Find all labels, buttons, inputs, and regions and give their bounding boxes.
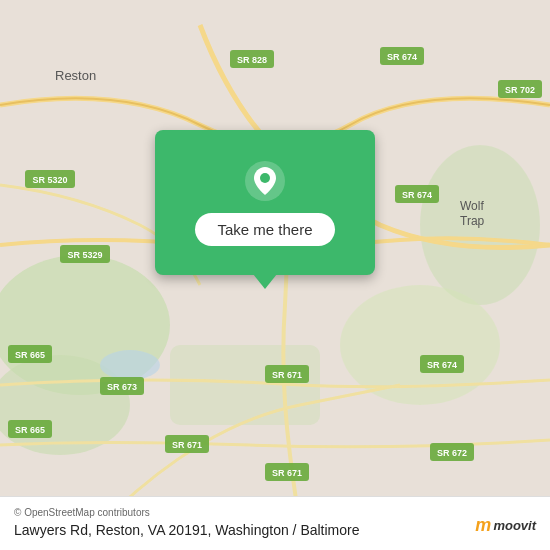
location-pin-icon	[243, 159, 287, 203]
take-me-there-button[interactable]: Take me there	[195, 213, 334, 246]
svg-text:Trap: Trap	[460, 214, 485, 228]
map-attribution: © OpenStreetMap contributors	[14, 507, 536, 518]
svg-text:SR 674: SR 674	[427, 360, 457, 370]
svg-text:Reston: Reston	[55, 68, 96, 83]
map-container: SR 828 SR 674 SR 702 SR 5320 SR 5329 SR …	[0, 0, 550, 550]
bottom-bar: © OpenStreetMap contributors Lawyers Rd,…	[0, 496, 550, 550]
svg-text:SR 671: SR 671	[272, 370, 302, 380]
attribution-text: © OpenStreetMap contributors	[14, 507, 150, 518]
moovit-logo: m moovit	[475, 515, 536, 536]
svg-text:SR 702: SR 702	[505, 85, 535, 95]
svg-text:SR 672: SR 672	[437, 448, 467, 458]
svg-text:SR 671: SR 671	[172, 440, 202, 450]
svg-text:SR 828: SR 828	[237, 55, 267, 65]
svg-text:SR 673: SR 673	[107, 382, 137, 392]
moovit-logo-text: moovit	[493, 518, 536, 533]
svg-point-39	[260, 173, 270, 183]
svg-text:SR 674: SR 674	[402, 190, 432, 200]
moovit-logo-letter: m	[475, 515, 491, 536]
svg-text:SR 5320: SR 5320	[32, 175, 67, 185]
svg-text:SR 665: SR 665	[15, 350, 45, 360]
svg-text:Wolf: Wolf	[460, 199, 484, 213]
address-line: Lawyers Rd, Reston, VA 20191, Washington…	[14, 522, 536, 538]
svg-point-6	[100, 350, 160, 380]
svg-text:SR 5329: SR 5329	[67, 250, 102, 260]
svg-text:SR 674: SR 674	[387, 52, 417, 62]
svg-text:SR 671: SR 671	[272, 468, 302, 478]
location-callout: Take me there	[155, 130, 375, 275]
svg-text:SR 665: SR 665	[15, 425, 45, 435]
